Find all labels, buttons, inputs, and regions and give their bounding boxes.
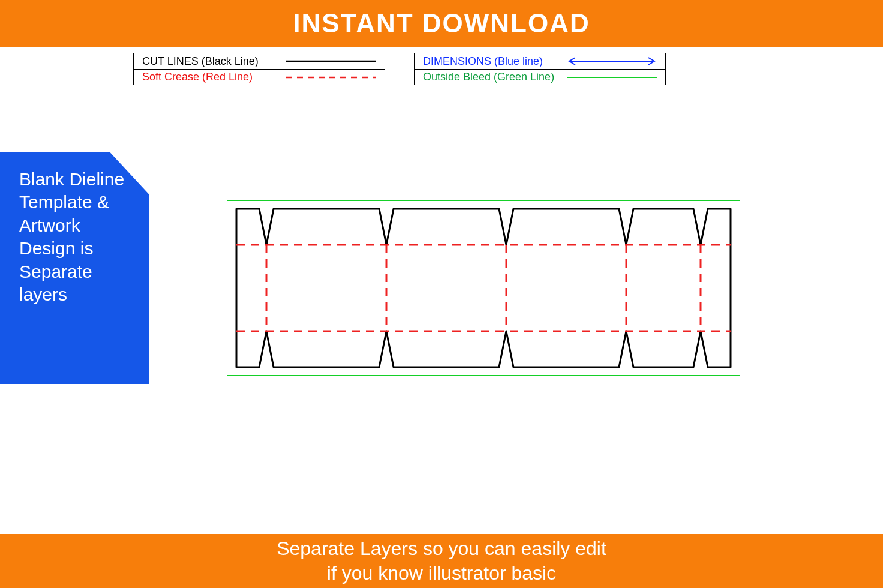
legend-row-bleed: Outside Bleed (Green Line) xyxy=(415,69,665,85)
legend-label: DIMENSIONS (Blue line) xyxy=(423,55,543,68)
bottom-line2: if you know illustrator basic xyxy=(327,562,556,584)
bottom-line1: Separate Layers so you can easily edit xyxy=(277,538,606,559)
side-panel-text: Blank Dieline Template & Artwork Design … xyxy=(19,168,132,306)
svg-rect-4 xyxy=(227,200,740,376)
legend-label: Soft Crease (Red Line) xyxy=(142,71,253,83)
swatch-arrow-blue-icon xyxy=(567,56,657,67)
swatch-solid-black-icon xyxy=(286,56,376,67)
swatch-solid-green-icon xyxy=(567,72,657,83)
top-banner-text: INSTANT DOWNLOAD xyxy=(293,8,590,38)
side-panel: Blank Dieline Template & Artwork Design … xyxy=(0,152,149,384)
legend-box-right: DIMENSIONS (Blue line) Outside Bleed (Gr… xyxy=(414,53,666,85)
swatch-dashed-red-icon xyxy=(286,72,376,83)
legend-label: CUT LINES (Black Line) xyxy=(142,55,259,68)
legend: CUT LINES (Black Line) Soft Crease (Red … xyxy=(133,53,666,85)
bottom-banner-text: Separate Layers so you can easily edit i… xyxy=(277,536,606,586)
dieline-svg-icon xyxy=(227,200,740,376)
dieline-diagram xyxy=(227,200,740,376)
legend-label: Outside Bleed (Green Line) xyxy=(423,71,554,83)
legend-box-left: CUT LINES (Black Line) Soft Crease (Red … xyxy=(133,53,385,85)
legend-row-crease: Soft Crease (Red Line) xyxy=(134,69,385,85)
legend-row-cut: CUT LINES (Black Line) xyxy=(134,53,385,69)
bottom-banner: Separate Layers so you can easily edit i… xyxy=(0,534,883,588)
top-banner: INSTANT DOWNLOAD xyxy=(0,0,883,47)
legend-row-dimension: DIMENSIONS (Blue line) xyxy=(415,53,665,69)
